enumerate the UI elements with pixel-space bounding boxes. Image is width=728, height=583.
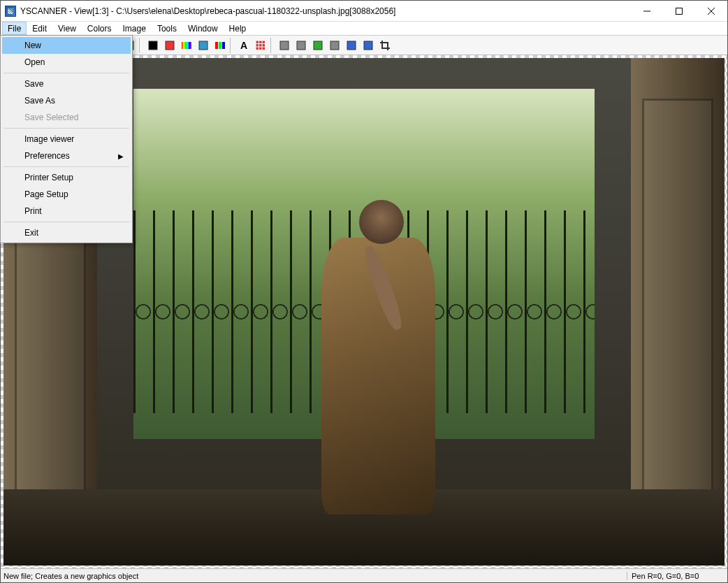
menu-colors[interactable]: Colors bbox=[82, 22, 117, 35]
menu-help[interactable]: Help bbox=[224, 22, 252, 35]
file-menu-dropdown: NewOpenSaveSave AsSave SelectedImage vie… bbox=[0, 35, 133, 243]
file-menu-new[interactable]: New bbox=[2, 37, 131, 54]
svg-rect-17 bbox=[219, 42, 221, 49]
svg-rect-14 bbox=[182, 42, 191, 49]
svg-rect-34 bbox=[364, 41, 372, 50]
menu-tools[interactable]: Tools bbox=[152, 22, 182, 35]
svg-rect-31 bbox=[314, 41, 322, 50]
menu-separator bbox=[3, 166, 129, 167]
svg-text:A: A bbox=[240, 40, 247, 51]
submenu-arrow-icon: ▶ bbox=[118, 152, 124, 160]
file-menu-page-setup[interactable]: Page Setup bbox=[2, 186, 131, 203]
menu-separator bbox=[3, 128, 129, 129]
menubar: FileEditViewColorsImageToolsWindowHelp bbox=[1, 22, 727, 36]
svg-rect-20 bbox=[256, 41, 265, 50]
eye-icon[interactable] bbox=[326, 37, 343, 54]
minimize-button[interactable] bbox=[631, 1, 663, 21]
status-pen-color: Pen R=0, G=0, B=0 bbox=[627, 572, 725, 580]
file-menu-save[interactable]: Save bbox=[2, 75, 131, 92]
grid-icon[interactable] bbox=[252, 37, 269, 54]
menu-separator bbox=[3, 73, 129, 73]
file-menu-print[interactable]: Print bbox=[2, 203, 131, 219]
svg-rect-1 bbox=[676, 8, 683, 14]
svg-rect-29 bbox=[280, 41, 289, 50]
window-title: YSCANNER - View[1:3] - C:\Users\elena\De… bbox=[20, 6, 631, 16]
svg-rect-15 bbox=[199, 41, 208, 50]
monitor-icon[interactable] bbox=[145, 37, 161, 54]
file-menu-printer-setup[interactable]: Printer Setup bbox=[2, 169, 131, 186]
palette-icon[interactable] bbox=[161, 37, 178, 54]
menu-window[interactable]: Window bbox=[182, 22, 224, 35]
svg-rect-32 bbox=[330, 41, 339, 50]
window-icon[interactable] bbox=[195, 37, 212, 54]
file-menu-save-as[interactable]: Save As bbox=[2, 92, 131, 109]
svg-rect-13 bbox=[166, 41, 174, 50]
menu-separator bbox=[3, 222, 129, 222]
status-text: New file; Creates a new graphics object bbox=[3, 572, 627, 580]
svg-rect-18 bbox=[222, 42, 225, 49]
select-icon[interactable] bbox=[276, 37, 293, 54]
file-menu-exit[interactable]: Exit bbox=[2, 224, 131, 241]
menu-view[interactable]: View bbox=[52, 22, 82, 35]
maximize-button[interactable] bbox=[663, 1, 695, 21]
crop-icon[interactable] bbox=[377, 37, 393, 54]
toolbar-separator bbox=[270, 38, 275, 53]
app-icon bbox=[5, 6, 16, 17]
menu-edit[interactable]: Edit bbox=[27, 22, 52, 35]
toolbar-separator bbox=[230, 38, 234, 53]
menu-file[interactable]: File bbox=[2, 22, 27, 35]
svg-rect-33 bbox=[347, 41, 356, 50]
toolbar-separator bbox=[139, 38, 143, 53]
file-menu-save-selected: Save Selected bbox=[2, 109, 131, 126]
statusbar: New file; Creates a new graphics object … bbox=[1, 568, 727, 582]
svg-rect-16 bbox=[215, 42, 218, 49]
file-menu-open[interactable]: Open bbox=[2, 54, 131, 71]
magnify-icon[interactable] bbox=[293, 37, 310, 54]
pencil-icon[interactable] bbox=[310, 37, 326, 54]
close-button[interactable] bbox=[695, 1, 727, 21]
file-menu-preferences[interactable]: Preferences▶ bbox=[2, 147, 131, 164]
camera-icon[interactable] bbox=[360, 37, 377, 54]
svg-rect-30 bbox=[297, 41, 305, 50]
window-controls bbox=[631, 1, 727, 21]
menu-image[interactable]: Image bbox=[117, 22, 152, 35]
fill-icon[interactable] bbox=[343, 37, 360, 54]
rgb-icon[interactable] bbox=[212, 37, 228, 54]
svg-rect-12 bbox=[149, 41, 157, 50]
text-icon[interactable]: A bbox=[235, 37, 252, 54]
file-menu-image-viewer[interactable]: Image viewer bbox=[2, 131, 131, 147]
gradient-icon[interactable] bbox=[178, 37, 195, 54]
titlebar: YSCANNER - View[1:3] - C:\Users\elena\De… bbox=[1, 1, 727, 22]
